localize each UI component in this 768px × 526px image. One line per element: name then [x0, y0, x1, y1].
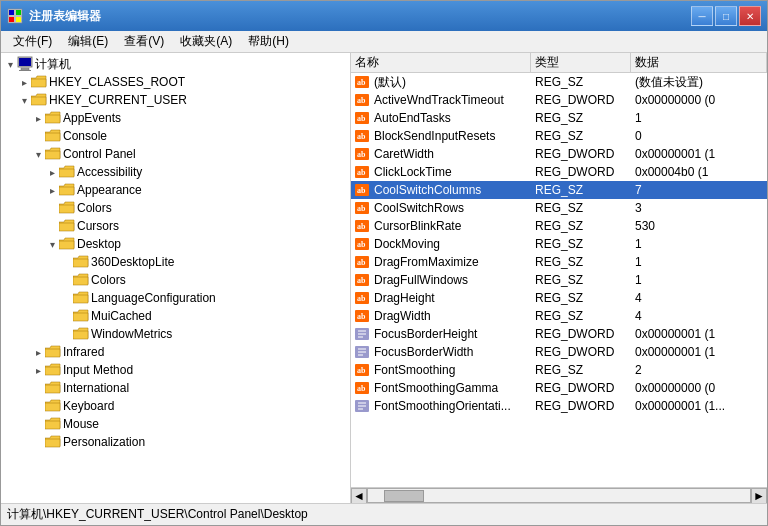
folder-icon-desktop	[59, 237, 75, 251]
tree-item-windowmetrics[interactable]: WindowMetrics	[1, 325, 350, 343]
reg-type-icon: ab	[355, 273, 371, 287]
scroll-right-btn[interactable]: ►	[751, 488, 767, 504]
reg-type-icon: ab	[355, 183, 371, 197]
reg-cell-data: 1	[631, 111, 767, 125]
tree-item-desktop[interactable]: ▾ Desktop	[1, 235, 350, 253]
expand-icon-personalization[interactable]	[31, 435, 45, 449]
folder-icon-computer	[17, 57, 33, 71]
folder-icon-accessibility	[59, 165, 75, 179]
reg-cell-name: abCaretWidth	[351, 147, 531, 161]
reg-cell-name: abActiveWndTrackTimeout	[351, 93, 531, 107]
reg-row[interactable]: FontSmoothingOrientati...REG_DWORD0x0000…	[351, 397, 767, 415]
svg-rect-4	[16, 17, 21, 22]
menu-item-f[interactable]: 文件(F)	[5, 31, 60, 52]
reg-row[interactable]: abDragFromMaximizeREG_SZ1	[351, 253, 767, 271]
expand-icon-appevents[interactable]: ▸	[31, 111, 45, 125]
tree-item-accessibility[interactable]: ▸ Accessibility	[1, 163, 350, 181]
expand-icon-desktop[interactable]: ▾	[45, 237, 59, 251]
expand-icon-mouse[interactable]	[31, 417, 45, 431]
reg-cell-data: 7	[631, 183, 767, 197]
reg-cell-name: abDockMoving	[351, 237, 531, 251]
svg-text:ab: ab	[357, 222, 366, 231]
tree-item-controlpanel[interactable]: ▾ Control Panel	[1, 145, 350, 163]
expand-icon-hkcu[interactable]: ▾	[17, 93, 31, 107]
tree-item-mouse[interactable]: Mouse	[1, 415, 350, 433]
reg-row[interactable]: abFontSmoothingGammaREG_DWORD0x00000000 …	[351, 379, 767, 397]
menu-item-a[interactable]: 收藏夹(A)	[172, 31, 240, 52]
maximize-button[interactable]: □	[715, 6, 737, 26]
reg-row[interactable]: FocusBorderHeightREG_DWORD0x00000001 (1	[351, 325, 767, 343]
reg-row[interactable]: abCursorBlinkRateREG_SZ530	[351, 217, 767, 235]
registry-table-body[interactable]: ab(默认)REG_SZ(数值未设置) abActiveWndTrackTime…	[351, 73, 767, 487]
tree-item-computer[interactable]: ▾ 计算机	[1, 55, 350, 73]
expand-icon-computer[interactable]: ▾	[3, 57, 17, 71]
reg-row[interactable]: abDragHeightREG_SZ4	[351, 289, 767, 307]
col-header-name[interactable]: 名称	[351, 53, 531, 72]
close-button[interactable]: ✕	[739, 6, 761, 26]
reg-row[interactable]: abCoolSwitchColumnsREG_SZ7	[351, 181, 767, 199]
expand-icon-hkcr[interactable]: ▸	[17, 75, 31, 89]
expand-icon-colors[interactable]	[45, 201, 59, 215]
expand-icon-accessibility[interactable]: ▸	[45, 165, 59, 179]
reg-cell-name: abCursorBlinkRate	[351, 219, 531, 233]
tree-item-international[interactable]: International	[1, 379, 350, 397]
tree-item-cursors[interactable]: Cursors	[1, 217, 350, 235]
tree-item-colors[interactable]: Colors	[1, 199, 350, 217]
reg-cell-data: 2	[631, 363, 767, 377]
expand-icon-inputmethod[interactable]: ▸	[31, 363, 45, 377]
tree-item-infrared[interactable]: ▸ Infrared	[1, 343, 350, 361]
expand-icon-controlpanel[interactable]: ▾	[31, 147, 45, 161]
menu-item-v[interactable]: 查看(V)	[116, 31, 172, 52]
reg-row[interactable]: abClickLockTimeREG_DWORD0x00004b0 (1	[351, 163, 767, 181]
tree-item-muicached[interactable]: MuiCached	[1, 307, 350, 325]
expand-icon-appearance[interactable]: ▸	[45, 183, 59, 197]
expand-icon-languageconfiguration[interactable]	[59, 291, 73, 305]
expand-icon-360desktoplite[interactable]	[59, 255, 73, 269]
expand-icon-console[interactable]	[31, 129, 45, 143]
tree-item-360desktoplite[interactable]: 360DesktopLite	[1, 253, 350, 271]
col-header-type[interactable]: 类型	[531, 53, 631, 72]
expand-icon-windowmetrics[interactable]	[59, 327, 73, 341]
tree-item-appevents[interactable]: ▸ AppEvents	[1, 109, 350, 127]
reg-row[interactable]: abCaretWidthREG_DWORD0x00000001 (1	[351, 145, 767, 163]
col-header-data[interactable]: 数据	[631, 53, 767, 72]
folder-icon-appevents	[45, 111, 61, 125]
tree-label-muicached: MuiCached	[91, 309, 152, 323]
reg-row[interactable]: abBlockSendInputResetsREG_SZ0	[351, 127, 767, 145]
folder-icon-personalization	[45, 435, 61, 449]
expand-icon-infrared[interactable]: ▸	[31, 345, 45, 359]
svg-rect-8	[19, 70, 31, 71]
tree-item-hkcr[interactable]: ▸ HKEY_CLASSES_ROOT	[1, 73, 350, 91]
reg-row[interactable]: abFontSmoothingREG_SZ2	[351, 361, 767, 379]
reg-row[interactable]: abAutoEndTasksREG_SZ1	[351, 109, 767, 127]
expand-icon-muicached[interactable]	[59, 309, 73, 323]
reg-row[interactable]: abDockMovingREG_SZ1	[351, 235, 767, 253]
tree-panel[interactable]: ▾ 计算机▸ HKEY_CLASSES_ROOT▾ HKEY_CURRENT_U…	[1, 53, 351, 503]
tree-item-colors2[interactable]: Colors	[1, 271, 350, 289]
scroll-left-btn[interactable]: ◄	[351, 488, 367, 504]
reg-row[interactable]: FocusBorderWidthREG_DWORD0x00000001 (1	[351, 343, 767, 361]
expand-icon-keyboard[interactable]	[31, 399, 45, 413]
tree-item-languageconfiguration[interactable]: LanguageConfiguration	[1, 289, 350, 307]
expand-icon-colors2[interactable]	[59, 273, 73, 287]
reg-row[interactable]: ab(默认)REG_SZ(数值未设置)	[351, 73, 767, 91]
tree-item-personalization[interactable]: Personalization	[1, 433, 350, 451]
reg-name-text: FontSmoothing	[374, 363, 455, 377]
reg-row[interactable]: abCoolSwitchRowsREG_SZ3	[351, 199, 767, 217]
tree-item-keyboard[interactable]: Keyboard	[1, 397, 350, 415]
minimize-button[interactable]: ─	[691, 6, 713, 26]
menu-item-e[interactable]: 编辑(E)	[60, 31, 116, 52]
reg-type-icon: ab	[355, 237, 371, 251]
reg-row[interactable]: abDragWidthREG_SZ4	[351, 307, 767, 325]
h-scrollbar-thumb[interactable]	[384, 490, 424, 502]
reg-row[interactable]: abDragFullWindowsREG_SZ1	[351, 271, 767, 289]
expand-icon-international[interactable]	[31, 381, 45, 395]
menu-item-h[interactable]: 帮助(H)	[240, 31, 297, 52]
tree-item-console[interactable]: Console	[1, 127, 350, 145]
tree-item-appearance[interactable]: ▸ Appearance	[1, 181, 350, 199]
tree-item-hkcu[interactable]: ▾ HKEY_CURRENT_USER	[1, 91, 350, 109]
h-scrollbar[interactable]	[367, 488, 751, 503]
tree-item-inputmethod[interactable]: ▸ Input Method	[1, 361, 350, 379]
reg-row[interactable]: abActiveWndTrackTimeoutREG_DWORD0x000000…	[351, 91, 767, 109]
expand-icon-cursors[interactable]	[45, 219, 59, 233]
